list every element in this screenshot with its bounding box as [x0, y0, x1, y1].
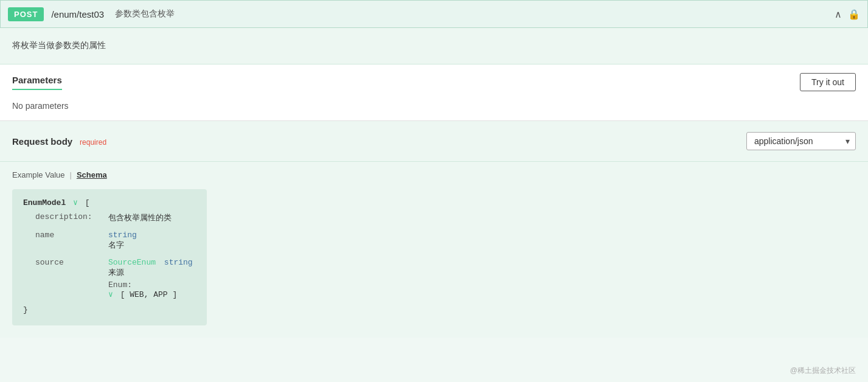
request-body-header: Request body required application/json a…: [0, 121, 868, 161]
request-body-title-group: Request body required: [12, 136, 106, 147]
chevron-up-icon[interactable]: ∧: [835, 9, 842, 20]
model-enum-expand-icon[interactable]: ∨: [108, 290, 113, 299]
parameters-title: Parameters: [12, 75, 62, 90]
example-value-tab[interactable]: Example Value: [12, 168, 64, 182]
request-body-title: Request body: [12, 136, 72, 147]
no-parameters-text: No parameters: [0, 91, 868, 120]
endpoint-path: /enum/test03: [51, 9, 104, 19]
model-enum-values: [ WEB, APP ]: [120, 290, 178, 299]
model-name-row: name string 名字: [23, 231, 196, 251]
model-name: EnumModel: [23, 198, 66, 207]
description-area: 将枚举当做参数类的属性: [0, 28, 868, 64]
content-type-select[interactable]: application/json application/xml text/pl…: [746, 132, 856, 150]
model-close-brace: }: [23, 305, 196, 314]
endpoint-description: 参数类包含枚举: [115, 9, 175, 19]
post-header-bar: POST /enum/test03 参数类包含枚举 ∧ 🔒: [0, 0, 868, 28]
footer-watermark: @稀土掘金技术社区: [790, 366, 856, 376]
model-source-row: source SourceEnum string 来源 Enum: ∨ [ WE…: [23, 258, 196, 299]
model-description-value: 包含枚举属性的类: [108, 212, 172, 223]
model-open-brace: [: [85, 198, 90, 207]
parameters-section: Parameters Try it out No parameters: [0, 64, 868, 121]
model-title-row: EnumModel ∨ [: [23, 198, 196, 207]
model-name-type: string: [108, 231, 137, 240]
post-bar-right: ∧ 🔒: [835, 9, 860, 20]
model-source-key: source: [23, 258, 108, 267]
schema-tab[interactable]: Schema: [77, 168, 107, 182]
model-source-type-enum: SourceEnum: [108, 258, 156, 267]
model-description-key: description:: [23, 212, 108, 221]
request-body-section: Request body required application/json a…: [0, 121, 868, 162]
model-enum-label: Enum:: [108, 280, 193, 290]
content-type-wrapper[interactable]: application/json application/xml text/pl…: [746, 132, 856, 150]
description-text: 将枚举当做参数类的属性: [12, 40, 106, 50]
model-expand-icon[interactable]: ∨: [73, 198, 78, 207]
model-description-row: description: 包含枚举属性的类: [23, 212, 196, 223]
model-name-note: 名字: [108, 240, 137, 251]
model-source-note: 来源: [108, 267, 193, 278]
tab-divider: |: [69, 168, 71, 182]
model-source-type-string: string: [164, 258, 193, 267]
schema-model-box: EnumModel ∨ [ description: 包含枚举属性的类 name…: [12, 189, 207, 325]
required-badge: required: [80, 138, 106, 147]
model-enum-values-row: ∨ [ WEB, APP ]: [108, 290, 193, 299]
model-source-types: SourceEnum string: [108, 258, 193, 267]
schema-area: Example Value | Schema EnumModel ∨ [ des…: [0, 162, 868, 338]
post-bar-left: POST /enum/test03 参数类包含枚举: [8, 7, 175, 21]
schema-tabs: Example Value | Schema: [12, 168, 856, 182]
lock-icon: 🔒: [848, 9, 860, 20]
model-source-value-col: SourceEnum string 来源 Enum: ∨ [ WEB, APP …: [108, 258, 193, 299]
model-name-key: name: [23, 231, 108, 240]
parameters-header: Parameters Try it out: [0, 64, 868, 91]
model-name-value-col: string 名字: [108, 231, 137, 251]
method-badge: POST: [8, 7, 44, 21]
try-it-out-button[interactable]: Try it out: [800, 73, 856, 91]
